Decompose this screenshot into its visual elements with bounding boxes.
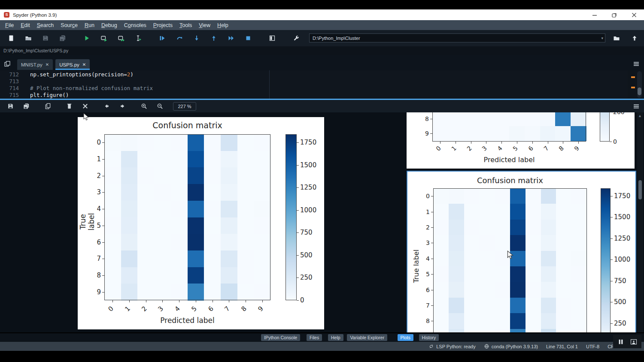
pause-recording-button[interactable] bbox=[616, 337, 626, 347]
previous-plot-button[interactable] bbox=[101, 101, 112, 112]
plot-thumbnail-selected[interactable]: Confusion matrix01234567890123456789Pred… bbox=[407, 171, 636, 332]
pane-tab-variable-explorer[interactable]: Variable Explorer bbox=[347, 334, 387, 341]
restore-button[interactable] bbox=[605, 9, 624, 20]
code-editor[interactable]: 712np.set_printoptions(precision=2)71371… bbox=[0, 70, 644, 99]
x-tick-mark bbox=[262, 300, 263, 302]
bottom-pane-tabbar: IPython ConsoleFilesHelpVariable Explore… bbox=[0, 333, 644, 342]
run-file-button[interactable] bbox=[81, 32, 93, 44]
zoom-in-button[interactable] bbox=[138, 101, 149, 112]
run-cell-icon bbox=[100, 35, 107, 42]
y-tick-mark bbox=[102, 292, 104, 293]
browse-tabs-button[interactable] bbox=[4, 60, 11, 69]
run-cell-advance-button[interactable] bbox=[115, 32, 127, 44]
arrow-right-icon bbox=[119, 103, 126, 109]
run-icon bbox=[83, 35, 90, 42]
code-token: np.set_printoptions(precision= bbox=[30, 71, 127, 78]
new-file-button[interactable] bbox=[5, 32, 17, 44]
stop-button[interactable] bbox=[242, 32, 254, 44]
run-cell-button[interactable] bbox=[98, 32, 110, 44]
plots-scrollbar-track[interactable] bbox=[637, 112, 643, 332]
menu-debug[interactable]: Debug bbox=[98, 22, 121, 28]
editor-tab-MNIST-py[interactable]: MNIST.py✕ bbox=[17, 59, 53, 70]
preferences-button[interactable] bbox=[290, 32, 302, 44]
status-utf8: UTF-8 bbox=[586, 344, 599, 349]
remove-plot-button[interactable] bbox=[64, 101, 75, 112]
run-selection-button[interactable] bbox=[132, 32, 144, 44]
run-current-line-button[interactable] bbox=[173, 32, 185, 44]
y-tick-label: 7 bbox=[89, 255, 101, 262]
y-tick-mark bbox=[430, 133, 432, 134]
editor-scrollbar-thumb[interactable] bbox=[638, 87, 641, 95]
tab-close-icon[interactable]: ✕ bbox=[46, 62, 49, 67]
y-tick-mark bbox=[431, 243, 433, 243]
menu-tools[interactable]: Tools bbox=[176, 22, 195, 28]
menu-search[interactable]: Search bbox=[33, 22, 58, 28]
editor-tab-USPS-py[interactable]: USPS.py✕ bbox=[55, 59, 90, 70]
zoom-out-button[interactable] bbox=[154, 101, 165, 112]
tab-close-icon[interactable]: ✕ bbox=[82, 62, 86, 67]
plots-scrollbar-up-arrow[interactable]: ▲ bbox=[638, 114, 642, 118]
next-plot-button[interactable] bbox=[117, 101, 128, 112]
x-tick-mark bbox=[162, 300, 163, 302]
webcam-overlay-button[interactable] bbox=[629, 337, 639, 347]
save-all-icon bbox=[59, 35, 66, 42]
y-tick-label: 9 bbox=[89, 288, 101, 296]
y-tick-mark bbox=[102, 259, 104, 259]
step-into-button[interactable] bbox=[191, 32, 203, 44]
colorbar-tick-label: 0 bbox=[300, 296, 319, 304]
save-all-button[interactable] bbox=[57, 32, 69, 44]
browse-directory-button[interactable] bbox=[613, 35, 620, 43]
menu-consoles[interactable]: Consoles bbox=[121, 22, 150, 28]
y-tick-mark bbox=[430, 119, 432, 119]
status-text: conda (Python 3.9.13) bbox=[492, 344, 538, 349]
step-return-button[interactable] bbox=[208, 32, 220, 44]
save-button[interactable] bbox=[39, 32, 52, 44]
pane-tab-plots[interactable]: Plots bbox=[398, 334, 413, 341]
plot-axes-frame bbox=[104, 134, 270, 300]
debug-file-button[interactable] bbox=[156, 32, 168, 44]
pane-tab-ipython-console[interactable]: IPython Console bbox=[261, 334, 300, 341]
mouse-cursor-ghost bbox=[507, 250, 515, 262]
x-tick-mark bbox=[440, 142, 440, 144]
maximize-pane-button[interactable] bbox=[266, 32, 278, 44]
save-light-icon bbox=[7, 103, 14, 109]
remove-all-plots-button[interactable] bbox=[79, 101, 91, 112]
debug-step-icon bbox=[176, 35, 183, 42]
editor-scrollbar-zone[interactable] bbox=[628, 70, 644, 99]
menu-edit[interactable]: Edit bbox=[17, 22, 33, 28]
continue-button[interactable] bbox=[225, 32, 237, 44]
menu-view[interactable]: View bbox=[195, 22, 214, 28]
menu-file[interactable]: File bbox=[2, 22, 17, 28]
menu-source[interactable]: Source bbox=[57, 22, 81, 28]
pane-tab-history[interactable]: History bbox=[419, 334, 439, 341]
save-plot-button[interactable] bbox=[5, 101, 16, 112]
x-tick-mark bbox=[196, 300, 196, 302]
webcam-icon bbox=[630, 338, 637, 345]
pane-tab-help[interactable]: Help bbox=[328, 334, 343, 341]
spyder-logo-icon: S bbox=[4, 12, 9, 18]
plots-options-menu-button[interactable] bbox=[633, 103, 640, 112]
colorbar bbox=[601, 188, 611, 332]
menu-run[interactable]: Run bbox=[81, 22, 98, 28]
colorbar-tick-mark bbox=[297, 255, 299, 256]
working-directory-combo[interactable]: D:\Python_Imp\Cluster▾ bbox=[309, 33, 605, 42]
menu-projects[interactable]: Projects bbox=[150, 22, 176, 28]
parent-directory-button[interactable] bbox=[631, 35, 638, 43]
close-button[interactable] bbox=[624, 9, 644, 20]
combo-dropdown-arrow[interactable]: ▾ bbox=[601, 36, 603, 40]
y-tick-mark bbox=[431, 227, 433, 228]
open-file-button[interactable] bbox=[22, 32, 34, 44]
y-tick-mark bbox=[431, 196, 433, 196]
pane-tab-files[interactable]: Files bbox=[307, 334, 322, 341]
editor-options-menu-button[interactable] bbox=[633, 60, 640, 69]
colorbar-tick-label: 1250 bbox=[300, 184, 319, 191]
save-all-plots-button[interactable] bbox=[21, 101, 32, 112]
line-number: 713 bbox=[0, 78, 19, 85]
minimize-button[interactable] bbox=[585, 9, 605, 20]
plot-thumbnail-previous[interactable]: 890123456789Predicted label0200 bbox=[407, 112, 635, 169]
plots-scrollbar-thumb[interactable] bbox=[638, 180, 642, 199]
status-line: Line 731, Col 1 bbox=[546, 344, 578, 349]
copy-plot-button[interactable] bbox=[42, 101, 53, 112]
x-tick-label: 2 bbox=[464, 143, 474, 154]
menu-help[interactable]: Help bbox=[214, 22, 232, 28]
